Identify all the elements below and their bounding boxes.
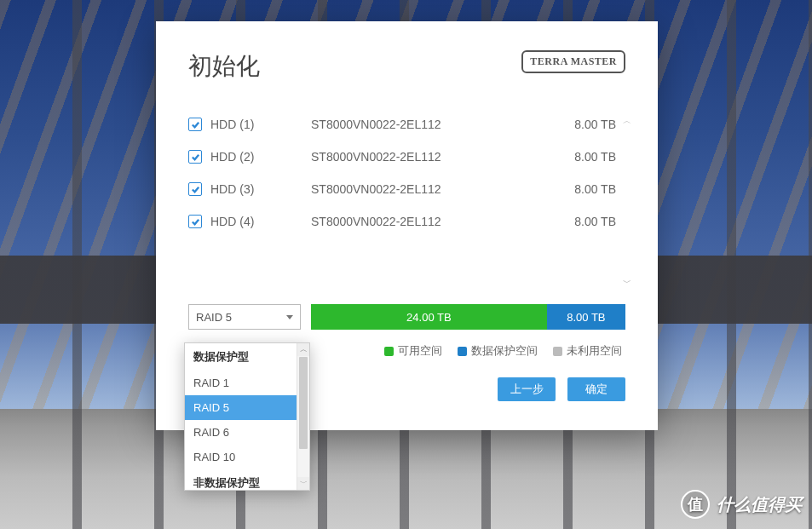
disk-model: ST8000VN0022-2EL112 (311, 182, 550, 196)
disk-list: HDD (1) ST8000VN0022-2EL112 8.00 TB HDD … (188, 108, 625, 296)
page-title: 初始化 (188, 50, 260, 83)
checkbox-icon[interactable] (188, 215, 202, 228)
brand-logo: TERRA MASTER (521, 50, 625, 73)
legend-usable: 可用空间 (398, 343, 442, 359)
checkbox-icon[interactable] (188, 118, 202, 131)
watermark-text: 什么值得买 (717, 493, 802, 516)
swatch-blue-icon (458, 347, 467, 356)
disk-name: HDD (2) (210, 150, 311, 164)
disk-row: HDD (1) ST8000VN0022-2EL112 8.00 TB (188, 108, 618, 141)
swatch-gray-icon (553, 347, 562, 356)
disk-size: 8.00 TB (550, 182, 618, 196)
dropdown-option[interactable]: RAID 6 (185, 420, 309, 445)
disk-row: HDD (4) ST8000VN0022-2EL112 8.00 TB (188, 205, 618, 238)
ok-button[interactable]: 确定 (567, 377, 625, 401)
watermark-badge-icon: 值 (681, 490, 710, 519)
disk-name: HDD (1) (210, 118, 311, 131)
checkbox-icon[interactable] (188, 150, 202, 164)
swatch-green-icon (384, 347, 394, 356)
disk-row: HDD (2) ST8000VN0022-2EL112 8.00 TB (188, 141, 618, 173)
capacity-usable: 24.00 TB (311, 304, 547, 330)
disk-size: 8.00 TB (550, 118, 618, 131)
disk-row: HDD (3) ST8000VN0022-2EL112 8.00 TB (188, 173, 618, 205)
legend-unused: 未利用空间 (567, 343, 622, 359)
capacity-bar: 24.00 TB 8.00 TB (311, 304, 625, 330)
capacity-protect: 8.00 TB (547, 304, 625, 330)
raid-select[interactable]: RAID 5 (188, 304, 301, 330)
scroll-down-icon[interactable]: ﹀ (621, 277, 633, 289)
chevron-up-icon[interactable]: ︿ (297, 343, 309, 356)
disk-name: HDD (4) (210, 215, 311, 228)
dropdown-option-selected[interactable]: RAID 5 (185, 395, 309, 420)
chevron-down-icon[interactable]: ﹀ (297, 477, 309, 490)
disk-size: 8.00 TB (550, 215, 618, 228)
disk-model: ST8000VN0022-2EL112 (311, 118, 550, 131)
scrollbar-thumb[interactable] (299, 357, 308, 449)
watermark: 值 什么值得买 (681, 490, 802, 519)
raid-dropdown: 数据保护型 RAID 1 RAID 5 RAID 6 RAID 10 非数据保护… (184, 342, 310, 491)
dropdown-group-label: 数据保护型 (185, 343, 309, 371)
prev-button[interactable]: 上一步 (498, 377, 556, 401)
disk-model: ST8000VN0022-2EL112 (311, 150, 550, 164)
chevron-down-icon (286, 315, 293, 319)
scroll-up-icon[interactable]: ︿ (621, 115, 633, 127)
disk-model: ST8000VN0022-2EL112 (311, 215, 550, 228)
dropdown-group-label: 非数据保护型 (185, 469, 309, 490)
legend-protect: 数据保护空间 (471, 343, 538, 359)
dropdown-option[interactable]: RAID 10 (185, 445, 309, 469)
raid-selected-label: RAID 5 (196, 311, 232, 324)
dropdown-scrollbar[interactable]: ︿ ﹀ (297, 343, 309, 490)
checkbox-icon[interactable] (188, 182, 202, 196)
disk-size: 8.00 TB (550, 150, 618, 164)
disk-name: HDD (3) (210, 182, 311, 196)
dropdown-option[interactable]: RAID 1 (185, 371, 309, 395)
